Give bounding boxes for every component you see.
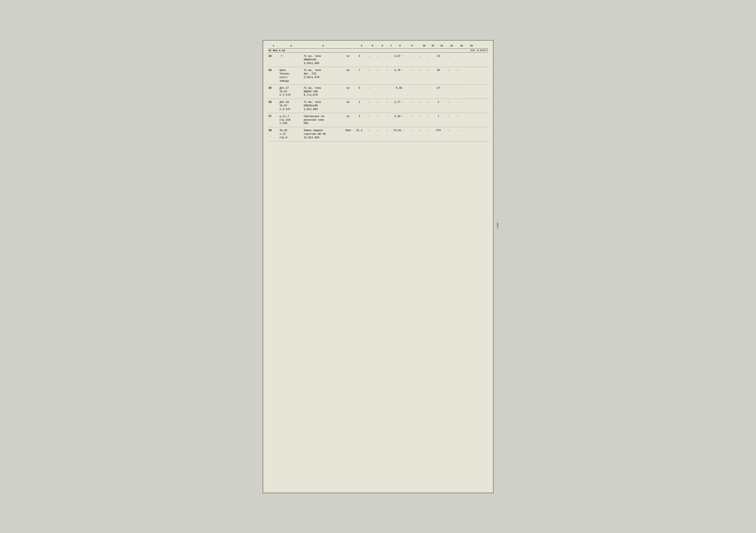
row-total-i6: 2 [433,100,444,104]
row-c8-i3: – [382,55,391,58]
row-c14-i3: – [444,55,453,58]
row-c7-i3: – [373,55,382,58]
row-desc-i6: То же, типаНП020х1002,0х1,083 [303,100,343,111]
row-qty-i3: 3 [354,55,365,58]
row-ref-i8: I6-03ч.IIстр.8 [279,129,303,140]
row-id-i3: I3 [268,55,279,58]
page-wrapper: 1 2 3 4 5 6 7 8 9 I0 II I2 I3 I4 I5 ТП 5… [263,40,494,493]
row-price-i3: 4,87 – [391,55,406,58]
col-num-blank2 [352,44,356,47]
subheader-left-text: ТП 503-4-18 [268,49,285,52]
col-num-1: 1 [268,44,279,47]
subheader-right-text: Инв. № 816i/2 [471,49,488,52]
row-c11-i3: – [416,55,424,58]
row-c12-i6: – [424,100,433,104]
row-c7-i6: – [373,100,382,104]
row-desc-i4: То же, типаАрт. I353,50х1,078 [303,68,343,79]
table-row: I7 ц.Iч.Jстр.318п.258 Светильник пе-рено… [268,113,488,127]
row-c15-i8: – [453,129,464,132]
row-desc-i7: Светильник пе-реносной типаПЛС [303,115,343,125]
row-c11-i8: – [416,129,424,132]
row-id-i8: I8 [268,129,279,132]
row-unit-i6: шт [343,100,354,104]
row-desc-i3: То же, типаНВ009х604,50х1,083 [303,55,343,65]
row-id-i7: I7 [268,115,279,118]
row-desc-i5: То же, типаНШП03-I008,7х1,078 [303,87,343,97]
col-num-13: I3 [446,44,457,47]
row-c11-i4: – [416,68,424,72]
row-c7-i8: – [373,129,382,132]
row-c8-i5: – [382,87,391,90]
row-c12-i3: – [424,55,433,58]
row-qty-i8: 2I,2 [354,129,365,132]
row-price-i5: 9,38 [391,87,406,90]
row-c10-i8: – [407,129,416,132]
row-c10-i6: – [407,100,416,104]
row-c8-i7: – [382,115,391,118]
row-ref-i6: Доп.10I5-07п.3-147 [279,100,303,111]
col-num-14: I4 [457,44,466,47]
row-unit-i5: шт [343,87,354,90]
row-c12-i5: – [424,87,433,90]
row-qty-i6: I [354,100,365,104]
row-c15-i6: – [453,100,464,104]
row-c14-i6: – [444,100,453,104]
row-c7-i5: – [373,87,382,90]
row-total-i7: 7 [433,115,444,118]
row-total-i4: 26 [433,68,444,72]
header-row: 1 2 3 4 5 6 7 8 9 I0 II I2 I3 I4 I5 [268,44,488,49]
col-num-15: I5 [466,44,477,47]
col-num-10: I0 [420,44,429,47]
col-num-7: 7 [387,44,395,47]
row-id-i6: I6 [268,100,279,104]
row-c6-i5: – [365,87,374,90]
col-num-2: 2 [279,44,303,47]
row-c15-i5: – [453,87,464,90]
row-desc-i8: Лампа люмине-сцентная АБ-40I2,0хI,086 [303,129,343,140]
row-c10-i4: – [407,68,416,72]
side-text: -149- [497,221,499,229]
row-c11-i6: – [416,100,424,104]
table-row: I6 Доп.10I5-07п.3-147 То же, типаНП020х1… [268,99,488,113]
row-c12-i4: – [424,68,433,72]
row-c10-i7: – [407,115,416,118]
row-ref-i3: –"– [279,55,303,58]
col-num-5: 5 [367,44,378,47]
col-num-4: 4 [356,44,367,47]
col-num-9: 9 [404,44,419,47]
row-c12-i8: – [424,129,433,132]
row-ref-i4: ЦенаТаллин-скогозавода [279,68,303,83]
table-row: I8 I6-03ч.IIстр.8 Лампа люмине-сцентная … [268,127,488,142]
row-total-i3: I5 [433,55,444,58]
col-num-3: 3 [303,44,343,47]
row-ref-i7: ц.Iч.Jстр.318п.258 [279,115,303,125]
row-c15-i4: – [453,68,464,72]
row-c15-i3: – [453,55,464,58]
row-unit-i3: шт [343,55,354,58]
table-row: I4 ЦенаТаллин-скогозавода То же, типаАрт… [268,67,488,85]
row-c10-i5: – [407,87,416,90]
row-total-i5: 47 [433,87,444,90]
col-numbers: 1 2 3 4 5 6 7 8 9 I0 II I2 I3 I4 I5 [268,44,488,48]
row-c6-i4: – [365,68,374,72]
row-c15-i7: – [453,115,464,118]
col-num-8: 8 [395,44,404,47]
row-ref-i5: Доп.27I5-07п.I-278 [279,87,303,97]
row-qty-i5: 5 [354,87,365,90]
row-id-i5: I5 [268,87,279,90]
row-price-i7: 2,39 – [391,115,406,118]
table-row: I3 –"– То же, типаНВ009х604,50х1,083 шт … [268,53,488,67]
row-c8-i4: – [382,68,391,72]
row-c8-i6: – [382,100,391,104]
row-id-i4: I4 [268,68,279,72]
row-c11-i5: – [416,87,424,90]
row-unit-i7: шт [343,115,354,118]
row-c14-i5: – [444,87,453,90]
row-c12-i7: – [424,115,433,118]
row-unit-i8: I0шт [343,129,354,132]
row-c11-i7: – [416,115,424,118]
row-c8-i8: – [382,129,391,132]
row-c10-i3: – [407,55,416,58]
row-c6-i7: – [365,115,374,118]
table-area: I3 –"– То же, типаНВ009х604,50х1,083 шт … [268,53,488,142]
